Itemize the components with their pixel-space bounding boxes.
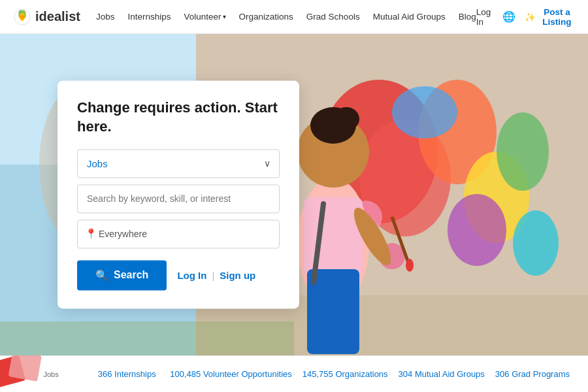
login-action-link[interactable]: Log In — [177, 270, 206, 281]
nav-volunteer[interactable]: Volunteer ▾ — [184, 12, 226, 22]
listing-type-select-wrapper: Jobs Internships Volunteer Organizations… — [77, 150, 280, 178]
volunteer-stat[interactable]: 100,485 Volunteer Opportunities — [165, 369, 297, 379]
nav-organizations[interactable]: Organizations — [239, 12, 293, 22]
globe-icon[interactable]: 🌐 — [502, 10, 515, 23]
search-actions: 🔍 Search Log In | Sign up — [77, 261, 280, 291]
search-card: Change requires action. Start here. Jobs… — [57, 80, 299, 308]
svg-point-15 — [513, 210, 559, 276]
search-icon: 🔍 — [95, 269, 108, 282]
svg-point-12 — [497, 112, 549, 191]
svg-point-14 — [448, 194, 506, 266]
star-icon: ✨ — [525, 12, 536, 22]
auth-links: Log In | Sign up — [177, 270, 255, 281]
logo-text: idealist — [35, 9, 80, 24]
post-listing-button[interactable]: ✨ Post a Listing — [525, 7, 575, 27]
search-button[interactable]: 🔍 Search — [77, 261, 167, 291]
nav-blog[interactable]: Blog — [459, 12, 476, 22]
search-card-title: Change requires action. Start here. — [77, 99, 280, 136]
logo[interactable]: idealist — [13, 8, 80, 26]
bottom-stats-bar: Jobs 366 Internships 100,485 Volunteer O… — [0, 355, 588, 392]
internships-stat[interactable]: 366 Internships — [89, 369, 165, 379]
auth-divider: | — [212, 270, 214, 281]
mutual-aid-stat[interactable]: 304 Mutual Aid Groups — [393, 369, 490, 379]
location-input[interactable] — [77, 220, 280, 249]
svg-point-13 — [392, 86, 457, 139]
hero-section: Change requires action. Start here. Jobs… — [0, 34, 588, 355]
svg-rect-25 — [304, 197, 363, 276]
svg-rect-20 — [0, 321, 294, 355]
nav-internships[interactable]: Internships — [127, 12, 171, 22]
chevron-down-icon: ▾ — [223, 13, 226, 20]
nav-links: Jobs Internships Volunteer ▾ Organizatio… — [96, 12, 476, 22]
nav-mutual-aid[interactable]: Mutual Aid Groups — [373, 12, 446, 22]
nav-jobs[interactable]: Jobs — [96, 12, 115, 22]
listing-type-select[interactable]: Jobs Internships Volunteer Organizations… — [77, 150, 280, 178]
navbar: idealist Jobs Internships Volunteer ▾ Or… — [0, 0, 588, 34]
decorative-shape — [0, 355, 52, 392]
location-pin-icon: 📍 — [85, 229, 97, 240]
svg-point-24 — [333, 107, 359, 131]
nav-grad-schools[interactable]: Grad Schools — [306, 12, 360, 22]
grad-stat[interactable]: 306 Grad Programs — [490, 369, 575, 379]
svg-point-30 — [406, 259, 414, 272]
svg-point-4 — [20, 15, 24, 19]
login-link[interactable]: Log In — [476, 7, 493, 27]
keyword-input[interactable] — [77, 185, 280, 214]
organizations-stat[interactable]: 145,755 Organizations — [297, 369, 393, 379]
location-input-wrapper: 📍 — [77, 220, 280, 249]
nav-right: Log In 🌐 ✨ Post a Listing — [476, 7, 575, 27]
logo-icon — [13, 8, 31, 26]
signup-link[interactable]: Sign up — [220, 270, 255, 281]
